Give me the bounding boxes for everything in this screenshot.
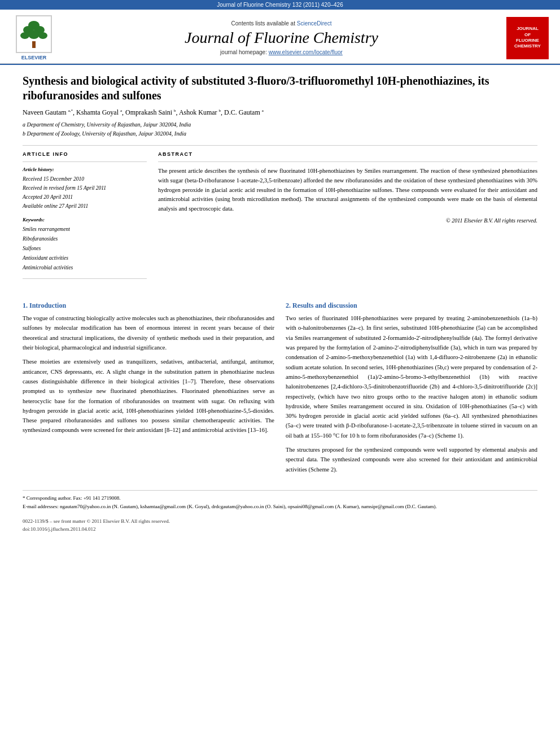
intro-body: The vogue of constructing biologically a… [23,313,274,435]
copyright-text: © 2011 Elsevier B.V. All rights reserved… [158,217,537,224]
logo-line-1: JOURNAL [517,26,539,32]
keyword-4: Antioxidant activities [23,254,147,263]
abstract-col: ABSTRACT The present article describes t… [158,151,537,283]
keyword-2: Ribofuranosides [23,234,147,244]
body-left-col: 1. Introduction The vogue of constructin… [23,294,274,479]
journal-header-center: Contents lists available at ScienceDirec… [56,20,506,55]
journal-header: ELSEVIER Contents lists available at Sci… [0,10,560,64]
keyword-1: Smiles rearrangement [23,225,147,234]
results-heading: 2. Results and discussion [286,302,537,310]
main-content: Synthesis and biological activity of sub… [0,65,560,541]
results-para-1: Two series of fluorinated 10H-phenothiaz… [286,313,537,440]
email-addresses: E-mail addresses: ngautam70@yahoo.co.in … [23,503,537,511]
article-info-abstract-section: ARTICLE INFO Article history: Received 1… [23,151,537,283]
intro-heading: 1. Introduction [23,302,274,310]
paper-title: Synthesis and biological activity of sub… [23,73,537,103]
journal-reference-text: Journal of Fluorine Chemistry 132 (2011)… [217,2,343,8]
doi-line: doi:10.1016/j.jfluchem.2011.04.012 [23,525,537,533]
abstract-label: ABSTRACT [158,151,537,157]
journal-reference-bar: Journal of Fluorine Chemistry 132 (2011)… [0,0,560,10]
revised-date: Received in revised form 15 April 2011 [23,184,147,193]
logo-line-2: OF [524,32,531,38]
footer-bottom: 0022-1139/$ – see front matter © 2011 El… [23,517,537,534]
authors-line: Naveen Gautam a,*, Kshamta Goyal a, Ompr… [23,108,537,117]
info-divider-bottom [23,278,147,279]
intro-para-1: The vogue of constructing biologically a… [23,313,274,352]
body-right-col: 2. Results and discussion Two series of … [286,294,537,479]
keyword-3: Sulfones [23,244,147,254]
issn-line: 0022-1139/$ – see front matter © 2011 El… [23,517,537,525]
footnotes-section: * Corresponding author. Fax: +91 141 271… [23,490,537,512]
accepted-date: Accepted 20 April 2011 [23,193,147,202]
title-divider [23,145,537,146]
logo-line-3: FLUORINE [516,38,539,43]
authors-text: Naveen Gautam a,*, Kshamta Goyal a, Ompr… [23,108,264,116]
corresponding-author: * Corresponding author. Fax: +91 141 271… [23,494,537,503]
svg-point-6 [38,32,47,39]
results-para-2: The structures proposed for the synthesi… [286,445,537,474]
journal-title: Journal of Fluorine Chemistry [56,29,506,47]
article-info-col: ARTICLE INFO Article history: Received 1… [23,151,147,283]
svg-point-5 [28,30,40,39]
sciencedirect-line: Contents lists available at ScienceDirec… [56,20,506,27]
results-body: Two series of fluorinated 10H-phenothiaz… [286,313,537,474]
elsevier-brand-text: ELSEVIER [21,55,47,60]
affiliation-a: a Department of Chemistry, University of… [23,120,537,129]
affiliation-b: b Department of Zoology, University of R… [23,129,537,138]
info-divider-top [23,161,147,162]
body-section: 1. Introduction The vogue of constructin… [23,294,537,479]
sciencedirect-link[interactable]: ScienceDirect [297,20,332,27]
logo-line-4: CHEMISTRY [514,43,541,49]
svg-rect-7 [32,41,36,48]
history-label: Article history: [23,167,147,172]
journal-cover-logo: JOURNAL OF FLUORINE CHEMISTRY [506,17,549,59]
keywords-label: Keywords: [23,217,147,222]
received-date: Received 15 December 2010 [23,174,147,184]
svg-point-4 [20,32,29,39]
elsevier-logo-box [16,15,52,53]
intro-para-2: These moieties are extensively used as t… [23,357,274,435]
homepage-link[interactable]: www.elsevier.com/locate/fluor [269,49,343,55]
available-date: Available online 27 April 2011 [23,202,147,211]
keyword-5: Antimicrobial activities [23,263,147,273]
journal-homepage: journal homepage: www.elsevier.com/locat… [56,49,506,55]
abstract-divider-top [158,161,537,162]
elsevier-tree-icon [19,19,49,50]
article-info-label: ARTICLE INFO [23,151,147,157]
abstract-text: The present article describes the synthe… [158,167,537,214]
elsevier-logo: ELSEVIER [11,15,56,60]
affiliations: a Department of Chemistry, University of… [23,120,537,138]
